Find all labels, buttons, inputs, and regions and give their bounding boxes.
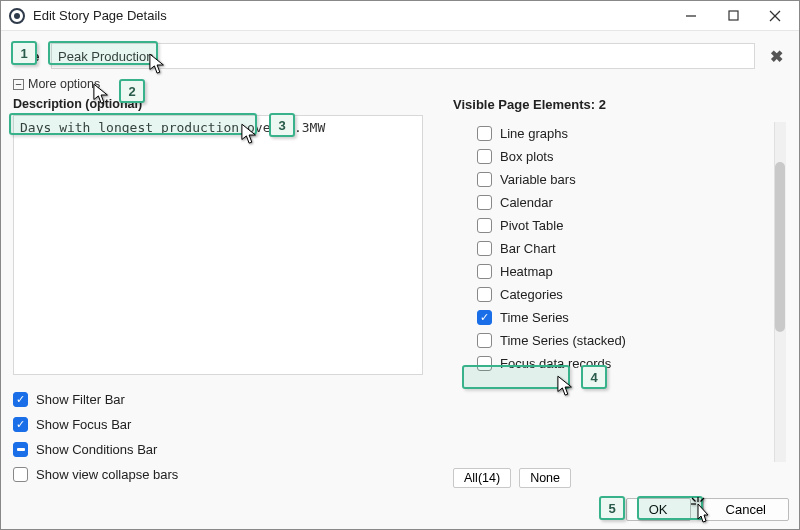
step-3-badge: 3 [269, 113, 295, 137]
checkbox-icon [477, 356, 492, 371]
list-item-label: Pivot Table [500, 218, 563, 233]
list-item[interactable]: Line graphs [453, 122, 786, 145]
list-item[interactable]: Bar Chart [453, 237, 786, 260]
window-title: Edit Story Page Details [33, 8, 671, 23]
checkbox-icon [13, 417, 28, 432]
list-item[interactable]: Time Series (stacked) [453, 329, 786, 352]
checkbox-icon [13, 467, 28, 482]
checkbox-icon [477, 218, 492, 233]
visible-elements-list: Line graphs Box plots Variable bars Cale… [453, 122, 787, 462]
option-label: Show Conditions Bar [36, 442, 157, 457]
window-controls [671, 2, 795, 30]
close-button[interactable] [755, 2, 795, 30]
option-label: Show Filter Bar [36, 392, 125, 407]
checkbox-icon [477, 241, 492, 256]
checkbox-icon [477, 195, 492, 210]
list-item[interactable]: Categories [453, 283, 786, 306]
list-item[interactable]: Calendar [453, 191, 786, 214]
titlebar: Edit Story Page Details [1, 1, 799, 31]
list-item[interactable]: Heatmap [453, 260, 786, 283]
select-none-button[interactable]: None [519, 468, 571, 488]
dialog-footer: OK Cancel [626, 498, 789, 521]
right-column: Visible Page Elements: 2 Line graphs Box… [453, 93, 787, 492]
checkbox-icon [477, 126, 492, 141]
list-item-label: Calendar [500, 195, 553, 210]
show-conditions-bar-option[interactable]: Show Conditions Bar [13, 442, 433, 457]
option-label: Show Focus Bar [36, 417, 131, 432]
svg-rect-1 [729, 11, 738, 20]
maximize-button[interactable] [713, 2, 753, 30]
show-filter-bar-option[interactable]: Show Filter Bar [13, 392, 433, 407]
list-item-label: Time Series [500, 310, 569, 325]
checkbox-icon [477, 264, 492, 279]
list-item-label: Categories [500, 287, 563, 302]
minimize-button[interactable] [671, 2, 711, 30]
list-item-label: Time Series (stacked) [500, 333, 626, 348]
cancel-button[interactable]: Cancel [703, 498, 789, 521]
checkbox-icon [477, 310, 492, 325]
app-icon [9, 8, 25, 24]
step-1-badge: 1 [11, 41, 37, 65]
checkbox-icon [477, 333, 492, 348]
description-label: Description (optional) [13, 97, 433, 111]
list-item-label: Heatmap [500, 264, 553, 279]
list-item-label: Variable bars [500, 172, 576, 187]
display-options: Show Filter Bar Show Focus Bar Show Cond… [13, 392, 433, 482]
title-input[interactable] [51, 43, 755, 69]
show-view-collapse-bars-option[interactable]: Show view collapse bars [13, 467, 433, 482]
left-column: Description (optional) Show Filter Bar S… [13, 93, 433, 492]
list-item[interactable]: Focus data records [453, 352, 786, 375]
step-4-badge: 4 [581, 365, 607, 389]
step-2-badge: 2 [119, 79, 145, 103]
list-item[interactable]: Pivot Table [453, 214, 786, 237]
scrollbar[interactable] [774, 122, 786, 462]
checkbox-icon [13, 442, 28, 457]
list-item-label: Line graphs [500, 126, 568, 141]
scroll-thumb[interactable] [775, 162, 785, 332]
list-item[interactable]: Variable bars [453, 168, 786, 191]
step-5-badge: 5 [599, 496, 625, 520]
checkbox-icon [477, 287, 492, 302]
select-all-none-row: All(14) None [453, 468, 787, 488]
checkbox-icon [13, 392, 28, 407]
list-item-label: Bar Chart [500, 241, 556, 256]
checkbox-icon [477, 172, 492, 187]
list-item-time-series[interactable]: Time Series [453, 306, 786, 329]
list-item-label: Box plots [500, 149, 553, 164]
checkbox-icon [477, 149, 492, 164]
visible-elements-heading: Visible Page Elements: 2 [453, 97, 787, 112]
title-row: Title ✖ [13, 43, 787, 69]
option-label: Show view collapse bars [36, 467, 178, 482]
show-focus-bar-option[interactable]: Show Focus Bar [13, 417, 433, 432]
dialog-window: Edit Story Page Details Title ✖ − More o… [0, 0, 800, 530]
clear-title-icon[interactable]: ✖ [765, 45, 787, 67]
select-all-button[interactable]: All(14) [453, 468, 511, 488]
description-input[interactable] [13, 115, 423, 375]
list-item[interactable]: Box plots [453, 145, 786, 168]
more-options-label: More options [28, 77, 100, 91]
collapse-icon: − [13, 79, 24, 90]
ok-button[interactable]: OK [626, 498, 691, 521]
